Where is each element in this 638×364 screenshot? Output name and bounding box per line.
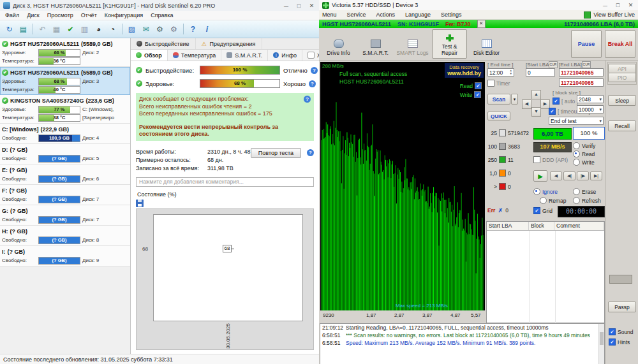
tools-icon[interactable]: ⚙ bbox=[167, 22, 181, 36]
read-checkbox[interactable]: Read bbox=[460, 82, 482, 89]
mail-icon[interactable]: ✉ bbox=[139, 22, 152, 36]
sync-disk-icon[interactable]: ▤ bbox=[17, 22, 30, 36]
save-chart-icon[interactable] bbox=[136, 200, 144, 207]
volume-list-item[interactable]: H:(? GB)Свободно:(? GB)Диск: 8 bbox=[0, 226, 130, 246]
tab-drive-info[interactable]: Drive Info bbox=[321, 29, 356, 59]
menu-help[interactable]: Справка bbox=[147, 12, 177, 18]
tab-performance[interactable]: Быстродействие bbox=[131, 38, 196, 49]
volume-list-item[interactable]: F:(? GB)Свободно:(? GB)Диск: 7 bbox=[0, 185, 130, 205]
menu-service[interactable]: Service bbox=[347, 11, 366, 18]
minimize-button[interactable] bbox=[282, 3, 290, 9]
menu-menu[interactable]: Menu bbox=[322, 11, 337, 18]
menu-language[interactable]: Language bbox=[405, 11, 431, 18]
api-button[interactable]: API bbox=[608, 64, 636, 73]
help-icon[interactable] bbox=[311, 67, 318, 74]
step-forward-button[interactable]: ▶| bbox=[590, 171, 602, 180]
erase-radio[interactable]: Erase bbox=[573, 188, 596, 195]
sentinel-titlebar[interactable]: Диск 3, HGST HUS726060AL5211 [K1HG9U1F] … bbox=[0, 0, 319, 11]
help-icon[interactable] bbox=[307, 149, 314, 156]
panel-icon[interactable]: ▨ bbox=[125, 22, 138, 36]
gauge2-icon[interactable]: ◔ bbox=[106, 22, 119, 36]
start-button[interactable]: ▶ bbox=[533, 170, 547, 182]
pad-up-button[interactable]: ▲ bbox=[531, 90, 541, 99]
pause-button[interactable]: Pause bbox=[571, 30, 602, 58]
column-start-lba[interactable]: Start LBA bbox=[487, 222, 529, 230]
accept-icon[interactable]: ✔ bbox=[64, 22, 77, 36]
pad-down-button[interactable]: ▼ bbox=[531, 107, 541, 117]
sound-checkbox[interactable]: Sound bbox=[609, 328, 634, 335]
info-icon[interactable]: i bbox=[200, 22, 214, 36]
report-icon[interactable]: ▦ bbox=[50, 22, 63, 36]
quick-button[interactable]: QUICK bbox=[487, 112, 510, 120]
break-all-button[interactable]: Break All bbox=[605, 30, 635, 58]
victoria-log[interactable]: 21:09:12Starting Reading, LBA=0..1172104… bbox=[320, 323, 605, 364]
tab-disk-editor[interactable]: Disk Editor bbox=[469, 29, 504, 59]
refresh-icon[interactable]: ↻ bbox=[3, 22, 16, 36]
volume-list-item[interactable]: D:(? GB)Свободно:(? GB)Диск: 5 bbox=[0, 144, 130, 164]
end-lba-secondary-input[interactable]: 11721040065 bbox=[559, 78, 604, 87]
menu-report[interactable]: Отчёт bbox=[77, 12, 101, 18]
disk-list-item[interactable]: HGST HUS726060AL5211(5589,0 GB)Здоровье:… bbox=[0, 38, 130, 67]
start-lba-cur-button[interactable]: CUR bbox=[549, 61, 558, 68]
menu-view[interactable]: Просмотр bbox=[43, 12, 77, 18]
start-lba-input[interactable]: 0 bbox=[526, 68, 555, 76]
help-icon[interactable] bbox=[309, 80, 316, 87]
column-block[interactable]: Block bbox=[529, 222, 554, 230]
tab-temperature[interactable]: Температура bbox=[168, 50, 222, 61]
drive-close-icon[interactable] bbox=[477, 20, 486, 28]
help-icon[interactable] bbox=[304, 96, 311, 103]
ignore-radio[interactable]: Ignore bbox=[533, 188, 558, 195]
end-lba-cur-button[interactable]: CUR bbox=[582, 61, 591, 68]
write-radio[interactable]: Write bbox=[573, 159, 595, 166]
pad-left-button[interactable]: ◀ bbox=[522, 99, 531, 109]
comment-input[interactable] bbox=[136, 177, 314, 187]
tab-smart[interactable]: S.M.A.R.T. bbox=[221, 50, 268, 61]
auto-block-checkbox[interactable]: [ auto ] bbox=[553, 98, 578, 105]
help-icon[interactable]: ? bbox=[186, 22, 200, 36]
tab-overview[interactable]: Обзор bbox=[131, 50, 168, 61]
maximize-button[interactable] bbox=[614, 2, 622, 8]
verify-radio[interactable]: Verify bbox=[573, 142, 595, 149]
undo-icon[interactable]: ↶ bbox=[36, 22, 49, 36]
menu-file[interactable]: Файл bbox=[1, 12, 23, 18]
write-checkbox[interactable]: Write bbox=[460, 91, 482, 98]
tab-log[interactable]: Журнал bbox=[302, 50, 319, 61]
end-lba-input[interactable]: 11721040065 bbox=[559, 68, 604, 76]
menu-settings[interactable]: Settings bbox=[441, 11, 462, 18]
hints-checkbox[interactable]: Hints bbox=[609, 339, 630, 346]
to-end-button[interactable]: |▶ bbox=[577, 171, 589, 180]
volume-list-item[interactable]: E:(? GB)Свободно:(? GB)Диск: 6 bbox=[0, 164, 130, 185]
ddd-api-checkbox[interactable]: DDD (API) bbox=[533, 156, 568, 163]
timeout-dropdown[interactable]: 10000 bbox=[577, 105, 604, 113]
menu-disk[interactable]: Диск bbox=[23, 12, 43, 18]
volume-list-item[interactable]: G:(? GB)Свободно:(? GB)Диск: 7 bbox=[0, 205, 130, 226]
disk-list-item[interactable]: KINGSTON SA400S37240G(223,6 GB)Здоровье:… bbox=[0, 95, 130, 124]
column-comment[interactable]: Comment bbox=[554, 222, 604, 230]
read-radio[interactable]: Read bbox=[573, 150, 595, 157]
close-button[interactable] bbox=[308, 3, 316, 9]
tab-smart[interactable]: S.M.A.R.T. bbox=[358, 29, 393, 59]
menu-configuration[interactable]: Конфигурация bbox=[101, 12, 147, 18]
recall-button[interactable]: Recall bbox=[608, 120, 636, 131]
refresh-radio[interactable]: Refresh bbox=[573, 197, 601, 204]
scan-button[interactable]: Scan bbox=[487, 94, 510, 105]
menu-actions[interactable]: Actions bbox=[376, 11, 396, 18]
scan-dropdown-button[interactable]: ▾ bbox=[511, 94, 518, 105]
grid-checkbox[interactable]: Grid bbox=[533, 207, 553, 214]
tab-alerts[interactable]: ⚠ Предупреждения bbox=[196, 38, 262, 49]
view-buffer-live[interactable]: View Buffer Live bbox=[584, 11, 635, 18]
settings-icon[interactable]: ⚙ bbox=[153, 22, 167, 36]
minimize-button[interactable] bbox=[601, 2, 609, 8]
end-time-input[interactable]: 12:00 ▲▼ bbox=[487, 68, 514, 76]
close-button[interactable] bbox=[627, 2, 635, 8]
spinner-arrows[interactable]: ▲▼ bbox=[510, 69, 512, 75]
tab-test-repair[interactable]: Test & Repair bbox=[432, 29, 467, 59]
remap-radio[interactable]: Remap bbox=[540, 197, 566, 204]
pio-button[interactable]: PIO bbox=[608, 73, 636, 82]
end-of-test-dropdown[interactable]: End of test bbox=[549, 117, 604, 125]
step-back-button[interactable]: ◀ bbox=[550, 171, 562, 180]
log-scrollbar[interactable] bbox=[598, 324, 604, 364]
passp-button[interactable]: Passp bbox=[608, 302, 636, 312]
volume-list-item[interactable]: I:(? GB)Свободно:(? GB)Диск: 9 bbox=[0, 246, 130, 266]
gauge-icon[interactable]: ◕ bbox=[92, 22, 105, 36]
